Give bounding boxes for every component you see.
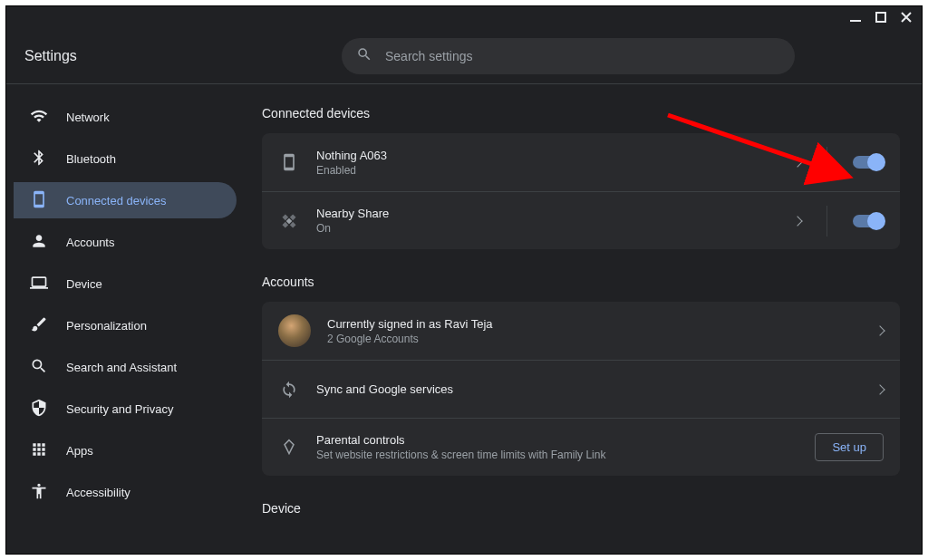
row-parental-sub: Set website restrictions & screen time l…	[316, 449, 798, 461]
phone-toggle[interactable]	[853, 156, 884, 169]
maximize-button[interactable]	[875, 11, 887, 24]
sidebar-item-search-assistant[interactable]: Search and Assistant	[14, 349, 237, 385]
svg-rect-1	[876, 13, 885, 22]
sync-icon	[278, 379, 300, 401]
chevron-right-icon	[875, 384, 884, 394]
section-heading-connected: Connected devices	[262, 106, 900, 121]
sidebar-item-accessibility[interactable]: Accessibility	[14, 474, 237, 510]
search-icon	[356, 46, 372, 66]
app-body: Network Bluetooth Connected devices Acco…	[6, 84, 922, 554]
row-nearby-title: Nearby Share	[316, 207, 778, 220]
sidebar-item-label: Accounts	[66, 236, 114, 249]
sidebar: Network Bluetooth Connected devices Acco…	[6, 84, 237, 554]
row-sync[interactable]: Sync and Google services	[262, 360, 900, 418]
row-signed-in[interactable]: Currently signed in as Ravi Teja 2 Googl…	[262, 302, 900, 360]
row-phone[interactable]: Nothing A063 Enabled	[262, 133, 900, 191]
svg-rect-0	[850, 20, 861, 22]
window-titlebar	[6, 6, 922, 28]
bluetooth-icon	[30, 149, 48, 169]
row-phone-sub: Enabled	[316, 164, 778, 177]
row-signed-in-text: Currently signed in as Ravi Teja 2 Googl…	[327, 317, 860, 345]
nearby-share-icon	[278, 210, 300, 232]
page-title: Settings	[24, 48, 251, 64]
row-signed-in-sub: 2 Google Accounts	[327, 333, 860, 345]
sidebar-item-security-privacy[interactable]: Security and Privacy	[14, 391, 237, 427]
row-sync-title: Sync and Google services	[316, 382, 860, 396]
connected-devices-card: Nothing A063 Enabled Nearby Share On	[262, 133, 900, 249]
sidebar-item-label: Device	[66, 277, 102, 291]
row-parental-title: Parental controls	[316, 433, 798, 447]
parental-setup-button[interactable]: Set up	[815, 433, 884, 461]
app-header: Settings	[6, 28, 922, 84]
sidebar-item-accounts[interactable]: Accounts	[14, 224, 237, 260]
wifi-icon	[30, 107, 48, 128]
row-divider	[826, 147, 827, 178]
section-heading-accounts: Accounts	[262, 275, 900, 289]
laptop-icon	[30, 274, 48, 294]
search-input[interactable]	[385, 49, 780, 63]
sidebar-item-bluetooth[interactable]: Bluetooth	[14, 140, 237, 177]
nearby-share-toggle[interactable]	[853, 215, 884, 227]
row-parental: Parental controls Set website restrictio…	[262, 418, 900, 476]
chevron-right-icon	[875, 325, 884, 335]
shield-icon	[30, 399, 48, 420]
row-signed-in-title: Currently signed in as Ravi Teja	[327, 317, 860, 331]
row-nearby-sub: On	[316, 222, 778, 235]
row-sync-text: Sync and Google services	[316, 382, 860, 396]
row-phone-text: Nothing A063 Enabled	[316, 149, 778, 177]
accessibility-icon	[30, 482, 48, 503]
phone-icon	[278, 151, 300, 173]
sidebar-item-label: Search and Assistant	[66, 361, 177, 374]
sidebar-item-personalization[interactable]: Personalization	[14, 307, 237, 343]
brush-icon	[30, 315, 48, 336]
sidebar-item-apps[interactable]: Apps	[14, 432, 237, 468]
row-phone-title: Nothing A063	[316, 149, 778, 162]
sidebar-item-label: Security and Privacy	[66, 402, 174, 416]
kite-icon	[278, 437, 300, 459]
person-icon	[30, 232, 48, 253]
sidebar-item-label: Bluetooth	[66, 152, 116, 166]
close-button[interactable]	[900, 11, 913, 24]
sidebar-item-connected-devices[interactable]: Connected devices	[14, 182, 237, 218]
sidebar-item-label: Connected devices	[66, 194, 167, 208]
chevron-right-icon	[792, 216, 802, 226]
sidebar-item-label: Apps	[66, 444, 93, 458]
sidebar-item-label: Personalization	[66, 319, 147, 333]
row-divider	[826, 206, 827, 237]
sidebar-item-network[interactable]: Network	[14, 99, 237, 135]
device-icon	[30, 190, 48, 211]
search-box[interactable]	[342, 38, 795, 74]
sidebar-item-device[interactable]: Device	[14, 266, 237, 302]
apps-icon	[30, 440, 48, 461]
sidebar-item-label: Accessibility	[66, 486, 130, 499]
accounts-card: Currently signed in as Ravi Teja 2 Googl…	[262, 302, 900, 476]
sidebar-item-label: Network	[66, 111, 110, 124]
chevron-right-icon	[792, 157, 802, 167]
minimize-button[interactable]	[849, 11, 862, 24]
row-nearby-share[interactable]: Nearby Share On	[262, 191, 900, 249]
row-nearby-text: Nearby Share On	[316, 207, 778, 235]
avatar	[278, 314, 311, 347]
main-content: Connected devices Nothing A063 Enabled N…	[237, 84, 922, 554]
search-icon	[30, 357, 48, 378]
section-heading-device: Device	[262, 501, 900, 516]
row-parental-text: Parental controls Set website restrictio…	[316, 433, 798, 461]
settings-window: Settings Network Bluetooth Connected dev…	[5, 5, 923, 555]
